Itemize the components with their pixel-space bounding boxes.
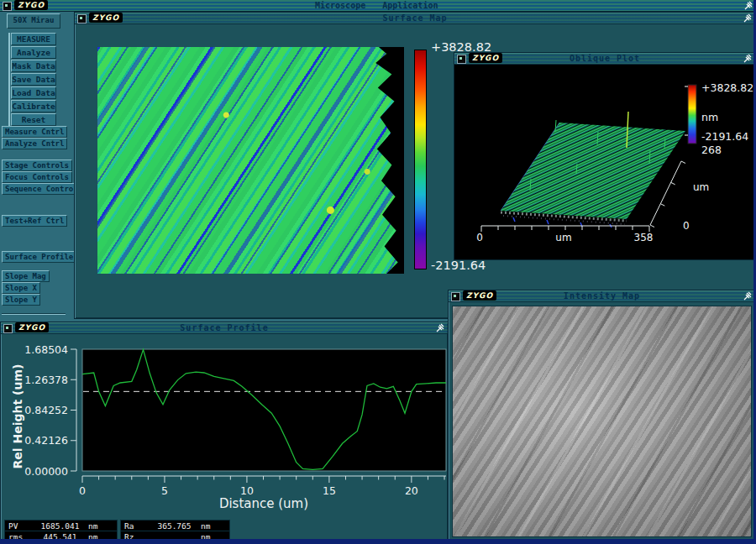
screen-bottom-border bbox=[0, 539, 756, 544]
intensity-map-image[interactable] bbox=[452, 306, 752, 537]
svg-text:0.84252: 0.84252 bbox=[24, 404, 68, 416]
surface-profile-button[interactable]: Surface Profile bbox=[2, 251, 76, 263]
svg-text:15: 15 bbox=[323, 484, 336, 497]
oblique-scale-min: -2191.64 bbox=[701, 130, 748, 143]
surface-map-colorbar bbox=[414, 50, 427, 269]
save-data-button[interactable]: Save Data bbox=[11, 73, 56, 86]
analyze-cntrl-button[interactable]: Analyze Cntrl bbox=[2, 138, 67, 149]
oblique-x-max: 358 bbox=[634, 232, 654, 243]
pin-icon[interactable] bbox=[743, 13, 753, 23]
pin-icon[interactable] bbox=[743, 54, 753, 63]
surface-map-title: Surface Map bbox=[75, 13, 755, 23]
intensity-map-titlebar[interactable]: ZYGO Intensity Map bbox=[449, 290, 755, 302]
stage-controls-button[interactable]: Stage Controls bbox=[2, 160, 72, 171]
oblique-plot-title: Oblique Plot bbox=[454, 54, 755, 63]
pin-icon[interactable] bbox=[436, 323, 445, 332]
svg-text:20: 20 bbox=[405, 484, 418, 497]
oblique-scale-max: +3828.82 bbox=[701, 81, 753, 94]
svg-text:10: 10 bbox=[240, 484, 254, 497]
mask-data-button[interactable]: Mask Data bbox=[11, 60, 56, 72]
surface-map-image[interactable] bbox=[97, 47, 404, 274]
sidebar-divider bbox=[2, 313, 66, 315]
surface-map-scale-min: -2191.64 bbox=[431, 259, 486, 272]
slope-y-button[interactable]: Slope Y bbox=[2, 294, 40, 306]
oblique-z-min: 0 bbox=[683, 220, 690, 232]
surface-profile-window: ZYGO Surface Profile Rel Height (um) 1.6… bbox=[0, 322, 449, 542]
oblique-scale-unit: nm bbox=[701, 111, 718, 123]
oblique-surface bbox=[501, 123, 685, 219]
surface-profile-title: Surface Profile bbox=[1, 323, 448, 332]
oblique-x-unit: um bbox=[555, 232, 571, 243]
svg-text:0: 0 bbox=[79, 484, 86, 497]
reset-button[interactable]: Reset bbox=[11, 113, 56, 126]
oblique-plot-canvas[interactable]: 0 um 358 0 um +3828.82 nm -2191.64 268 bbox=[454, 65, 755, 259]
calibrate-button[interactable]: Calibrate bbox=[11, 100, 56, 112]
menu-application[interactable]: Application bbox=[382, 1, 438, 10]
surface-profile-titlebar[interactable]: ZYGO Surface Profile bbox=[1, 322, 448, 334]
oblique-x-min: 0 bbox=[476, 232, 483, 243]
test-ref-ctrl-button[interactable]: Test+Ref Ctrl bbox=[2, 215, 67, 227]
focus-controls-button[interactable]: Focus Controls bbox=[2, 171, 72, 183]
desktop: ZYGO Microscope Application 50X Mirau ME… bbox=[0, 0, 756, 544]
menu-microscope[interactable]: Microscope bbox=[315, 1, 365, 10]
oblique-scale-depth: 268 bbox=[701, 144, 722, 156]
measure-button[interactable]: MEASURE bbox=[11, 33, 56, 45]
result-pv: PV1685.041nm bbox=[4, 520, 118, 531]
svg-text:1.26378: 1.26378 bbox=[24, 374, 68, 386]
result-ra: Ra365.765nm bbox=[120, 520, 230, 531]
analyze-button[interactable]: Analyze bbox=[11, 46, 56, 59]
svg-text:0.42126: 0.42126 bbox=[24, 434, 68, 447]
surface-map-titlebar[interactable]: ZYGO Surface Map bbox=[75, 13, 755, 24]
main-button-stack: MEASURE Analyze Mask Data Save Data Load… bbox=[8, 33, 60, 127]
profile-plot-canvas[interactable]: 1.685041.263780.842520.421260.00000 0510… bbox=[1, 335, 448, 515]
svg-text:0.00000: 0.00000 bbox=[24, 465, 68, 478]
pin-icon[interactable] bbox=[743, 291, 753, 301]
objective-label: 50X Mirau bbox=[7, 13, 60, 29]
window-menu-icon[interactable] bbox=[3, 2, 12, 11]
svg-text:5: 5 bbox=[161, 484, 168, 497]
profile-x-axis-label: Distance (um) bbox=[219, 496, 308, 511]
measure-cntrl-button[interactable]: Measure Cntrl bbox=[2, 126, 67, 138]
app-menubar: ZYGO Microscope Application bbox=[0, 0, 756, 12]
oblique-colorbar bbox=[688, 85, 696, 144]
svg-text:1.68504: 1.68504 bbox=[24, 343, 68, 356]
oblique-plot-titlebar[interactable]: ZYGO Oblique Plot bbox=[454, 53, 755, 65]
intensity-map-title: Intensity Map bbox=[449, 291, 755, 301]
load-data-button[interactable]: Load Data bbox=[11, 86, 56, 99]
oblique-plot-window: ZYGO Oblique Plot bbox=[454, 52, 756, 260]
oblique-z-unit: um bbox=[693, 181, 709, 193]
pin-icon[interactable] bbox=[744, 1, 753, 10]
sequence-control-button[interactable]: Sequence Contro. bbox=[2, 183, 81, 195]
zygo-logo: ZYGO bbox=[14, 0, 48, 10]
intensity-map-window: ZYGO Intensity Map bbox=[448, 290, 756, 544]
slope-x-button[interactable]: Slope X bbox=[2, 282, 40, 294]
slope-mag-button[interactable]: Slope Mag bbox=[2, 270, 50, 282]
